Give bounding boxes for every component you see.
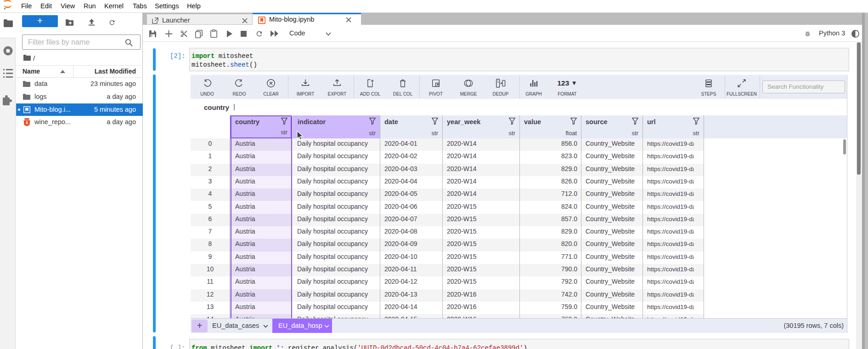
svg-text:5: 5	[26, 120, 28, 125]
